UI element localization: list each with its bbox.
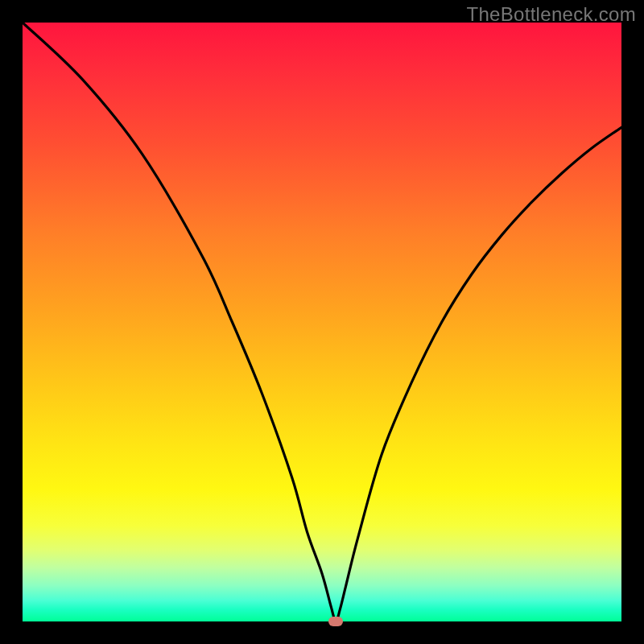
line-plot xyxy=(23,23,621,621)
minimum-marker xyxy=(328,617,343,626)
chart-container: TheBottleneck.com xyxy=(0,0,644,644)
plot-area xyxy=(23,23,621,621)
bottleneck-curve xyxy=(23,23,621,621)
